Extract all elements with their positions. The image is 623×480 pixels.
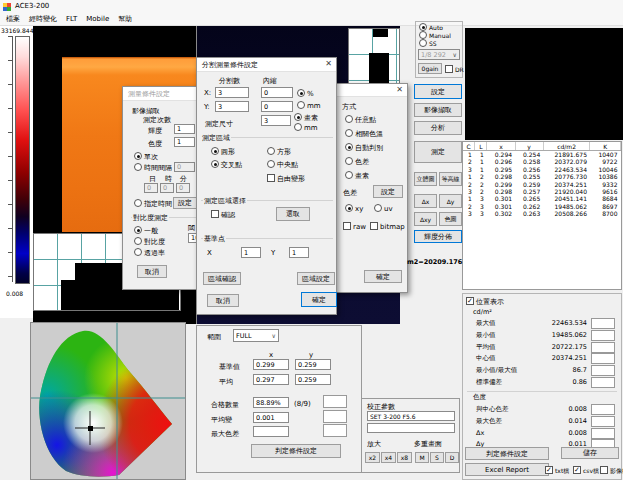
method-raw-checkbox[interactable]: raw [343,222,366,231]
center-radio[interactable]: 中央點 [267,160,298,170]
mm2-radio[interactable]: mm [294,123,318,132]
method-dialog[interactable]: ✕ 方式 任意點 相關色溫 自動判別 色差 畫素 色差 設定 xy uv raw… [335,83,408,293]
method-xy-radio[interactable]: xy [345,204,363,213]
luminance-count-field[interactable]: 1 [174,124,195,134]
solid-view-button[interactable]: 立體圖 [414,172,437,186]
menu-item-0[interactable]: 檔案 [6,14,20,24]
csv-checkbox-box[interactable] [573,466,581,474]
size-field[interactable]: 3 [261,115,291,126]
measure-cancel-button[interactable]: 取消 [137,265,167,278]
method-opt3-radio[interactable]: 自動判別 [345,143,383,153]
base-x-field[interactable]: 1 [241,247,261,258]
cross-radio[interactable]: 交叉點 [211,160,242,170]
pct-radio[interactable]: % [297,89,314,98]
spec-time-radio-dot[interactable] [134,199,142,207]
pct-radio-dot[interactable] [297,89,305,97]
general-radio-dot[interactable] [134,226,142,234]
method-xy-dot[interactable] [345,204,353,212]
general-radio[interactable]: 一般 [134,226,158,236]
minute-field[interactable]: 0 [176,183,190,193]
manual-radio-dot[interactable] [419,31,427,39]
zoom-x8-button[interactable]: x8 [397,452,412,463]
dr-checkbox-box[interactable] [445,65,453,73]
split-dialog-titlebar[interactable]: 分割測量條件設定 ✕ [197,58,336,72]
table-row[interactable]: 130.3010.26520451.1418684 [463,195,621,202]
transmit-radio[interactable]: 透過率 [134,248,165,258]
measure-condition-dialog[interactable]: 測量條件設定 影像擷取 測定次數 輝度 1 色度 1 單次 時間間隔 0 日 時… [122,86,202,290]
spec-time-set-button[interactable]: 設定 [173,197,197,209]
method-opt5-dot[interactable] [345,171,353,179]
table-row[interactable]: 330.3020.26320508.2668700 [463,210,621,217]
interval-radio[interactable]: 時間間隔 [134,163,172,173]
analyze-button[interactable]: 分析 [414,121,462,135]
mm-radio[interactable]: mm [297,101,321,110]
method-opt5-radio[interactable]: 畫素 [345,171,369,181]
circle-radio[interactable]: 圓形 [211,147,235,157]
single-radio[interactable]: 單次 [134,152,158,162]
single-radio-dot[interactable] [134,152,142,160]
method-opt4-dot[interactable] [345,157,353,165]
gain-button[interactable]: 0gain [418,63,442,74]
zoom-x4-button[interactable]: x4 [381,452,396,463]
range-judge-button[interactable]: 判定條件設定 [251,444,341,458]
interval-radio-dot[interactable] [134,163,142,171]
contour-button[interactable]: 等高線 [439,172,462,186]
luminance-dist-button[interactable]: 輝度分佈 [414,230,462,243]
method-opt3-dot[interactable] [345,143,353,151]
confirm-checkbox[interactable]: 確認 [211,210,235,220]
day-field[interactable]: 0 [144,183,158,193]
table-row[interactable]: 320.2980.25721920.0409616 [463,188,621,195]
x-div-field[interactable]: 3 [215,87,249,98]
method-opt2-dot[interactable] [345,129,353,137]
menu-item-2[interactable]: FLT [66,15,77,23]
mm2-radio-dot[interactable] [294,123,302,131]
show-position-checkbox[interactable]: 位置表示 [466,297,504,307]
menu-item-4[interactable]: 幫助 [118,14,132,24]
mm-radio-dot[interactable] [297,101,305,109]
method-bitmap-box[interactable] [370,222,378,230]
zoom-x2-button[interactable]: x2 [365,452,380,463]
center-radio-dot[interactable] [267,160,275,168]
set-button[interactable]: 設定 [414,84,462,99]
method-opt4-radio[interactable]: 色差 [345,157,369,167]
avg-x-field[interactable]: 0.297 [253,374,289,385]
transmit-radio-dot[interactable] [134,248,142,256]
multi-m-button[interactable]: M [415,452,429,463]
method-set-button[interactable]: 設定 [373,185,403,198]
table-row[interactable]: 220.2990.25920374.2519332 [463,181,621,188]
txt-checkbox-box[interactable] [545,466,553,474]
method-opt1-dot[interactable] [345,115,353,123]
chroma-count-field[interactable]: 1 [174,137,195,147]
y-div-field[interactable]: 3 [215,101,249,112]
shutter-combo[interactable]: 1/8 292∨ [418,49,460,60]
txt-checkbox[interactable]: txt檔 [545,466,569,476]
table-row[interactable]: 110.2940.25421891.67510407 [463,151,621,159]
confirm-checkbox-box[interactable] [211,210,219,218]
calibration-field-2[interactable] [367,423,455,433]
cie-diagram-panel[interactable] [30,322,186,480]
ref-y-field[interactable]: 0.259 [295,359,331,370]
table-row[interactable]: 310.2950.25622463.53410046 [463,166,621,173]
table-row[interactable]: 210.2960.25820372.0799722 [463,158,621,165]
pixel-radio-dot[interactable] [294,113,302,121]
method-uv-dot[interactable] [374,204,382,212]
range-combo[interactable]: FULL∨ [233,329,279,342]
split-measure-dialog[interactable]: 分割測量條件設定 ✕ 分割數 內縮 X: 3 0 % Y: 3 0 mm 測定尺… [196,57,337,315]
measure-dialog-titlebar[interactable]: 測量條件設定 [123,87,201,101]
image-file-checkbox[interactable]: 影像檔 [600,466,623,476]
table-row[interactable]: 120.2980.25520776.73010386 [463,173,621,180]
rect-radio-dot[interactable] [267,147,275,155]
y-inset-field[interactable]: 0 [261,101,293,112]
delta-y-button[interactable]: Δy [439,194,462,208]
show-position-box[interactable] [466,297,474,305]
method-bitmap-checkbox[interactable]: bitmap [370,222,405,231]
base-y-field[interactable]: 1 [289,247,309,258]
manual-radio[interactable]: Manual [419,31,451,39]
auto-radio[interactable]: Auto [419,23,443,31]
measure-button[interactable]: 測定 [414,141,462,163]
method-opt1-radio[interactable]: 任意點 [345,115,376,125]
x-inset-field[interactable]: 0 [261,87,293,98]
excel-report-button[interactable]: Excel Report [465,463,549,476]
interval-field[interactable]: 0 [174,162,195,172]
judge-condition-button[interactable]: 判定條件設定 [465,447,549,460]
